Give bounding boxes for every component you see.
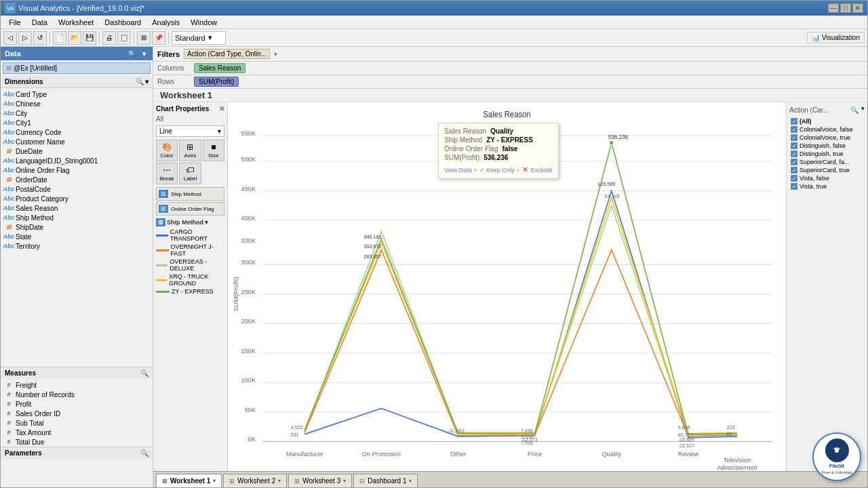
tab-1-arrow[interactable]: ▾ (213, 478, 216, 484)
toolbar-forward[interactable]: ▷ (18, 31, 32, 45)
af-checkbox-sc-false[interactable]: ✓ (791, 159, 797, 165)
af-checkbox-vista-true[interactable]: ✓ (791, 183, 797, 190)
tooltip-exclude-link[interactable]: ✕ (522, 165, 528, 174)
tab-worksheet-1[interactable]: ⊞ Worksheet 1 ▾ (156, 474, 222, 487)
toolbar-copy[interactable]: 📋 (117, 31, 131, 45)
dim-search-icon[interactable]: 🔍 (136, 78, 144, 85)
af-checkbox-cv-false[interactable]: ✓ (791, 126, 797, 133)
size-btn[interactable]: ■ Size (203, 140, 224, 161)
dim-menu-icon[interactable]: ▾ (145, 78, 149, 85)
mark-type-dropdown[interactable]: Line ▾ (156, 125, 224, 137)
af-checkbox-cv-true[interactable]: ✓ (791, 134, 797, 141)
data-panel-menu[interactable]: ▾ (139, 49, 149, 58)
filter-tag-action[interactable]: Action (Card Type, Onlin... (184, 49, 270, 59)
menu-worksheet[interactable]: Worksheet (53, 17, 99, 28)
legend-arrow[interactable]: ▾ (205, 219, 208, 226)
label-btn[interactable]: 🏷 Label (179, 163, 201, 184)
dim-duedate[interactable]: ⊞DueDate (1, 146, 153, 156)
measure-sub-total[interactable]: #Sub Total (1, 418, 153, 428)
rows-pill-profit[interactable]: SUM(Profit) (194, 77, 239, 87)
tab-worksheet-2[interactable]: ⊞ Worksheet 2 ▾ (223, 474, 287, 487)
tab-dashboard-1[interactable]: ⊟ Dashboard 1 ▾ (353, 474, 418, 487)
legend-title: Ship Method (167, 219, 203, 226)
tab-worksheet-3[interactable]: ⊞ Worksheet 3 ▾ (288, 474, 352, 487)
menu-file[interactable]: File (3, 17, 26, 28)
action-filter-arrow[interactable]: ▾ (861, 105, 865, 115)
dim-online-flag[interactable]: AbcOnline Order Flag (1, 165, 153, 175)
maximize-button[interactable]: □ (840, 3, 851, 13)
minimize-button[interactable]: — (828, 3, 839, 13)
close-button[interactable]: ✕ (852, 3, 863, 13)
color-btn[interactable]: 🎨 Color (156, 140, 178, 161)
toolbar-back[interactable]: ◁ (3, 31, 17, 45)
toolbar-open[interactable]: 📂 (68, 31, 81, 45)
tab-3-arrow[interactable]: ▾ (343, 478, 346, 484)
toolbar-new[interactable]: 📄 (53, 31, 66, 45)
menu-analysis[interactable]: Analysis (146, 17, 185, 28)
af-checkbox-all[interactable]: ✓ (791, 118, 797, 125)
af-checkbox-sc-true[interactable]: ✓ (791, 167, 797, 174)
toolbar-fit[interactable]: ⊞ (137, 31, 151, 45)
af-item-vista-true[interactable]: ✓ Vista, true (789, 182, 865, 190)
dim-card-type[interactable]: AbcCard Type (1, 89, 153, 99)
columns-pill-sales-reason[interactable]: Sales Reason (194, 63, 245, 73)
data-panel-search[interactable]: 🔍 (127, 49, 137, 58)
dim-shipdate[interactable]: ⊞ShipDate (1, 222, 153, 232)
dim-state[interactable]: AbcState (1, 232, 153, 241)
measure-num-records[interactable]: #Number of Records (1, 390, 153, 399)
dim-city[interactable]: AbcCity (1, 108, 153, 118)
filters-expand-icon[interactable]: ▾ (274, 51, 277, 58)
menu-data[interactable]: Data (26, 17, 53, 28)
menu-window[interactable]: Window (185, 17, 222, 28)
params-search-icon[interactable]: 🔍 (140, 449, 149, 457)
toolbar-save[interactable]: 💾 (83, 31, 96, 45)
af-item-cv-false[interactable]: ✓ ColonialVoice, false (789, 125, 865, 134)
standard-dropdown[interactable]: Standard ▾ (172, 31, 226, 45)
dim-postal[interactable]: AbcPostalCode (1, 184, 153, 194)
af-item-sc-false[interactable]: ✓ SuperiorCard, fa... (789, 158, 865, 166)
toolbar-refresh[interactable]: ↺ (33, 31, 47, 45)
dim-currency[interactable]: AbcCurrency Code (1, 127, 153, 137)
measure-total-due[interactable]: #Total Due (1, 437, 153, 447)
tab-2-arrow[interactable]: ▾ (278, 478, 281, 484)
dim-territory[interactable]: AbcTerritory (1, 241, 153, 251)
measure-profit[interactable]: #Profit (1, 399, 153, 409)
measures-search-icon[interactable]: 🔍 (140, 369, 149, 377)
data-source-item[interactable]: ⊞ @Ex [Untitled] (3, 62, 151, 74)
dim-language[interactable]: AbcLanguageID,ID_String0001 (1, 156, 153, 165)
dim-product-cat[interactable]: AbcProduct Category (1, 194, 153, 203)
dim-sales-reason[interactable]: AbcSales Reason (1, 203, 153, 213)
af-checkbox-dist-false[interactable]: ✓ (791, 142, 797, 149)
dim-orderdate[interactable]: ⊞OrderDate (1, 175, 153, 184)
dim-city1[interactable]: AbcCity1 (1, 118, 153, 127)
measure-tax[interactable]: #Tax Amount (1, 428, 153, 437)
visualization-toggle[interactable]: 📊 Visualization (807, 32, 865, 43)
af-item-sc-true[interactable]: ✓ SuperiorCard, true (789, 166, 865, 174)
dim-customer[interactable]: AbcCustomer Name (1, 137, 153, 146)
chart-props-close-icon[interactable]: ✕ (219, 105, 224, 113)
tooltip-exclude-label[interactable]: Exclude (531, 167, 553, 174)
toolbar-fix[interactable]: 📌 (152, 31, 165, 45)
menu-dashboard[interactable]: Dashboard (99, 17, 146, 28)
tooltip-view-data-link[interactable]: View Data (444, 167, 472, 174)
tooltip-keep-only-link[interactable]: ✓ Keep Only (479, 167, 515, 174)
af-checkbox-vista-false[interactable]: ✓ (791, 175, 797, 182)
measure-sales-order[interactable]: #Sales Order ID (1, 409, 153, 418)
axes-btn[interactable]: ⊞ Axes (179, 140, 201, 161)
toolbar-print[interactable]: 🖨 (102, 31, 116, 45)
dim-ship-method[interactable]: AbcShip Method (1, 213, 153, 222)
action-filter-search-icon[interactable]: 🔍 (850, 105, 859, 115)
chart-svg-area[interactable]: Sales Reason 0K 50K 100K 150K 200K 250K … (228, 102, 786, 471)
af-item-vista-false[interactable]: ✓ Vista, false (789, 174, 865, 182)
ship-method-detail[interactable]: ⊞ Ship Method (156, 187, 224, 201)
tab-4-arrow[interactable]: ▾ (409, 478, 412, 484)
dim-chinese[interactable]: AbcChinese (1, 99, 153, 108)
af-item-dist-true[interactable]: ✓ Distinguish, true (789, 150, 865, 158)
af-item-dist-false[interactable]: ✓ Distinguish, false (789, 142, 865, 150)
af-item-all[interactable]: ✓ (All) (789, 117, 865, 125)
af-checkbox-dist-true[interactable]: ✓ (791, 150, 797, 157)
measure-freight[interactable]: #Freight (1, 380, 153, 390)
break-btn[interactable]: ⋯ Break (156, 163, 178, 184)
af-item-cv-true[interactable]: ✓ ColonialVoice, true (789, 134, 865, 142)
online-order-detail[interactable]: ⊞ Online Order Flag (156, 202, 224, 216)
